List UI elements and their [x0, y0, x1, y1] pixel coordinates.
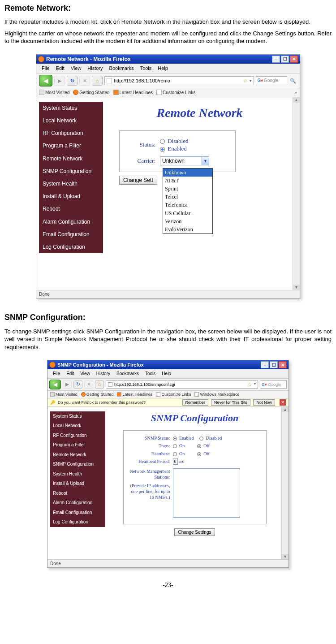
overflow-chevron-icon[interactable]: »: [294, 89, 297, 96]
remember-button[interactable]: Remember: [182, 399, 209, 406]
nav-item-snmp-configuration[interactable]: SNMP Configuration: [50, 459, 105, 469]
nav-item-system-status[interactable]: System Status: [39, 102, 103, 114]
dropdown-option[interactable]: AT&T: [163, 177, 212, 185]
nav-item-system-status[interactable]: System Status: [50, 411, 105, 421]
dropdown-option[interactable]: Sprint: [163, 185, 212, 193]
url-bar[interactable]: http://192.168.1.100/snmpconf.cgi ☆ ▾: [106, 380, 258, 389]
url-bar[interactable]: http://192.168.1.100/remo ☆ ▾: [104, 76, 254, 85]
radio-enabled[interactable]: [173, 437, 177, 441]
bookmark-star-icon[interactable]: ☆: [247, 381, 252, 388]
menu-tools[interactable]: Tools: [142, 370, 158, 377]
stop-button[interactable]: ✕: [84, 380, 93, 389]
carrier-dropdown[interactable]: Unknown AT&T Sprint Telcel Telefonica US…: [163, 168, 213, 234]
nav-item-system-health[interactable]: System Health: [50, 469, 105, 479]
close-button[interactable]: ✕: [290, 56, 298, 63]
page-icon: [194, 392, 199, 397]
menu-file[interactable]: File: [39, 65, 52, 72]
not-now-button[interactable]: Not Now: [253, 399, 275, 406]
stop-button[interactable]: ✕: [79, 76, 90, 86]
nav-item-log-configuration[interactable]: Log Configuration: [50, 517, 105, 527]
nav-item-snmp-configuration[interactable]: SNMP Configuration: [39, 165, 103, 177]
bookmark-customize-links[interactable]: Customize Links: [156, 392, 191, 397]
nms-textarea[interactable]: [173, 468, 240, 518]
bookmark-windows-marketplace[interactable]: Windows Marketplace: [194, 392, 239, 397]
back-button[interactable]: ◀: [49, 380, 61, 389]
menu-bookmarks[interactable]: Bookmarks: [107, 65, 137, 72]
minimize-button[interactable]: –: [261, 361, 269, 368]
home-button[interactable]: ⌂: [92, 76, 103, 86]
nav-item-system-health[interactable]: System Health: [39, 177, 103, 190]
dropdown-arrow-icon[interactable]: ▾: [250, 78, 252, 83]
change-settings-button[interactable]: Change Settings: [174, 528, 215, 536]
bookmark-most-visited[interactable]: Most Visited: [50, 392, 78, 397]
menu-bookmarks[interactable]: Bookmarks: [114, 370, 142, 377]
search-box[interactable]: G▾ Google: [260, 380, 287, 389]
menu-file[interactable]: File: [50, 370, 63, 377]
nav-item-install-upload[interactable]: Install & Upload: [50, 479, 105, 488]
radio-disabled[interactable]: [160, 139, 165, 144]
menu-history[interactable]: History: [94, 370, 113, 377]
forward-button[interactable]: ▶: [63, 380, 72, 389]
radio-enabled[interactable]: [160, 147, 165, 152]
nav-item-email-configuration[interactable]: Email Configuration: [50, 508, 105, 518]
bookmark-latest-headlines[interactable]: Latest Headlines: [117, 392, 152, 397]
nav-item-program-filter[interactable]: Program a Filter: [50, 440, 105, 450]
menu-edit[interactable]: Edit: [64, 370, 77, 377]
never-button[interactable]: Never for This Site: [211, 399, 250, 406]
menu-help[interactable]: Help: [159, 370, 174, 377]
change-settings-button[interactable]: Change Sett: [119, 176, 157, 185]
nav-item-local-network[interactable]: Local Network: [39, 114, 103, 127]
nav-item-email-configuration[interactable]: Email Configuration: [39, 228, 103, 241]
bookmark-star-icon[interactable]: ☆: [243, 77, 248, 84]
radio-disabled[interactable]: [199, 437, 203, 441]
nav-item-rf-configuration[interactable]: RF Configuration: [50, 431, 105, 441]
nav-item-alarm-configuration[interactable]: Alarm Configuration: [50, 498, 105, 508]
forward-button[interactable]: ▶: [54, 76, 65, 86]
close-button[interactable]: ✕: [279, 361, 287, 368]
dropdown-arrow-icon[interactable]: ▾: [254, 382, 256, 387]
radio-traps-off[interactable]: [197, 444, 201, 448]
nav-item-log-configuration[interactable]: Log Configuration: [39, 241, 103, 253]
home-button[interactable]: ⌂: [95, 380, 104, 389]
bookmark-getting-started[interactable]: Getting Started: [81, 392, 114, 397]
nav-item-install-upload[interactable]: Install & Upload: [39, 190, 103, 203]
menu-view[interactable]: View: [78, 370, 93, 377]
bookmark-latest-headlines[interactable]: Latest Headlines: [113, 90, 153, 96]
carrier-select[interactable]: Unknown ▼: [160, 156, 209, 165]
menu-history[interactable]: History: [85, 65, 105, 72]
close-bar-button[interactable]: ✕: [280, 399, 286, 406]
maximize-button[interactable]: ☐: [270, 361, 278, 368]
dropdown-option[interactable]: Telefonica: [163, 201, 212, 209]
menu-view[interactable]: View: [68, 65, 84, 72]
nav-item-reboot[interactable]: Reboot: [50, 488, 105, 498]
bookmark-most-visited[interactable]: Most Visited: [39, 90, 69, 96]
nav-item-alarm-configuration[interactable]: Alarm Configuration: [39, 216, 103, 228]
dropdown-option[interactable]: Verizon: [163, 217, 212, 225]
radio-traps-on[interactable]: [173, 444, 177, 448]
reload-button[interactable]: ↻: [67, 76, 78, 86]
radio-heartbeat-on[interactable]: [173, 452, 177, 456]
dropdown-option[interactable]: Unknown: [163, 169, 212, 177]
back-button[interactable]: ◀: [39, 75, 52, 86]
menu-edit[interactable]: Edit: [53, 65, 67, 72]
dropdown-option[interactable]: EvdoVerizon: [163, 225, 212, 233]
heartbeat-period-field[interactable]: 0: [173, 458, 178, 465]
nav-item-remote-network[interactable]: Remote Network: [50, 450, 105, 460]
nav-item-rf-configuration[interactable]: RF Configuration: [39, 127, 103, 139]
dropdown-option[interactable]: US Cellular: [163, 209, 212, 217]
dropdown-option[interactable]: Telcel: [163, 193, 212, 201]
nav-item-reboot[interactable]: Reboot: [39, 203, 103, 215]
menu-tools[interactable]: Tools: [138, 65, 155, 72]
search-go-icon[interactable]: 🔍: [289, 76, 297, 86]
maximize-button[interactable]: ☐: [281, 56, 289, 63]
menu-help[interactable]: Help: [155, 65, 171, 72]
nav-item-local-network[interactable]: Local Network: [50, 421, 105, 431]
minimize-button[interactable]: –: [272, 56, 280, 63]
search-box[interactable]: G▾ Google: [256, 76, 287, 85]
nav-item-program-filter[interactable]: Program a Filter: [39, 139, 103, 152]
radio-heartbeat-off[interactable]: [197, 452, 201, 456]
reload-button[interactable]: ↻: [73, 380, 82, 389]
nav-item-remote-network[interactable]: Remote Network: [39, 152, 103, 165]
bookmark-customize-links[interactable]: Customize Links: [156, 90, 195, 96]
bookmark-getting-started[interactable]: Getting Started: [73, 90, 109, 96]
